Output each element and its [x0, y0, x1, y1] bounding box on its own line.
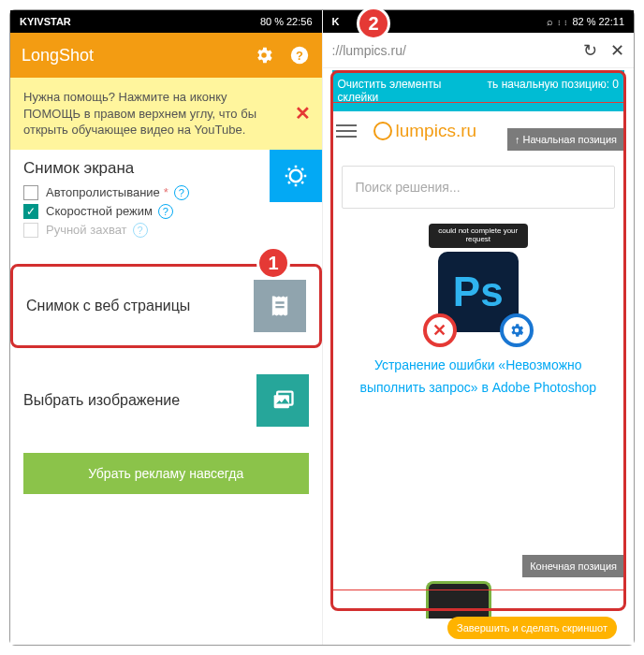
- finish-screenshot-button[interactable]: Завершить и сделать скриншот: [447, 617, 617, 639]
- banner-text: Нужна помощь? Нажмите на иконку ПОМОЩЬ в…: [23, 90, 256, 137]
- svg-text:?: ?: [296, 49, 303, 63]
- manual-row[interactable]: Ручной захват ?: [23, 223, 309, 238]
- svg-point-2: [289, 169, 301, 182]
- help-icon[interactable]: ?: [174, 185, 189, 200]
- speed-row[interactable]: ✓ Скоростной режим ?: [23, 204, 309, 219]
- url-text: ://lumpics.ru/: [332, 43, 571, 58]
- item-label: Снимок с веб страницы: [26, 298, 254, 314]
- status-icons: 80 % 22:56: [260, 16, 313, 27]
- phone-left: KYIVSTAR 80 % 22:56 LongShot ? Нужна пом…: [10, 10, 323, 645]
- clear-stitch-button[interactable]: Очистить элементы склейки: [332, 70, 482, 111]
- article-title: Устранение ошибки «Невозможно выполнить …: [351, 355, 607, 400]
- stitch-toolbar: Очистить элементы склейки ть начальную п…: [332, 70, 625, 111]
- hamburger-icon[interactable]: [336, 124, 357, 138]
- help-icon[interactable]: ?: [133, 223, 148, 238]
- app-bar: LongShot ?: [10, 33, 322, 78]
- carrier-label: KYIVSTAR: [20, 16, 260, 27]
- callout-badge-2: 2: [357, 7, 390, 40]
- article-card[interactable]: could not complete your request Ps ✕ Уст…: [342, 224, 616, 400]
- pick-image-button[interactable]: Выбрать изображение: [10, 361, 322, 440]
- end-marker-line: [332, 590, 625, 590]
- checkbox-checked-icon[interactable]: ✓: [23, 204, 38, 219]
- close-icon[interactable]: ✕: [295, 101, 311, 126]
- status-icons: ⌕ ⋮⋮ 82 % 22:11: [547, 16, 624, 27]
- help-icon[interactable]: ?: [288, 44, 311, 66]
- search-input[interactable]: Поиск решения...: [342, 166, 616, 209]
- reload-icon[interactable]: ↻: [583, 40, 597, 61]
- error-text: could not complete your request: [429, 224, 528, 248]
- x-circle-icon: ✕: [423, 313, 457, 347]
- help-banner: Нужна помощь? Нажмите на иконку ПОМОЩЬ в…: [10, 78, 322, 150]
- gear-icon[interactable]: [253, 44, 275, 66]
- checkbox-icon[interactable]: [23, 223, 38, 238]
- screenshot-section: Снимок экрана Автопролистывание * ? ✓ Ск…: [10, 150, 322, 251]
- app-title: LongShot: [22, 46, 240, 66]
- logo-icon: [373, 122, 392, 140]
- start-position-label[interactable]: ↑ Начальная позиция: [507, 128, 624, 151]
- reset-start-button[interactable]: ть начальную позицию: 0: [482, 70, 624, 111]
- device-illustration: [426, 581, 491, 619]
- close-icon[interactable]: ✕: [610, 40, 624, 61]
- article-thumbnail: could not complete your request Ps ✕: [417, 224, 539, 345]
- start-marker-line: [332, 102, 625, 103]
- star-mark: *: [164, 185, 168, 199]
- remove-ads-button[interactable]: Убрать рекламу навсегда: [23, 453, 309, 494]
- section-title: Снимок экрана: [23, 159, 309, 178]
- help-icon[interactable]: ?: [158, 204, 173, 219]
- status-bar: KYIVSTAR 80 % 22:56: [10, 10, 322, 33]
- autoscroll-row[interactable]: Автопролистывание * ?: [23, 185, 309, 200]
- site-logo[interactable]: lumpics.ru: [373, 121, 477, 141]
- phone-right: K ⌕ ⋮⋮ 82 % 22:11 ://lumpics.ru/ ↻ ✕ Очи…: [323, 10, 635, 645]
- receipt-icon: [254, 280, 306, 332]
- images-icon: [256, 374, 309, 427]
- capture-button[interactable]: [270, 150, 322, 202]
- item-label: Выбрать изображение: [23, 392, 256, 409]
- gear-circle-icon: [500, 313, 534, 347]
- callout-badge-1: 1: [256, 246, 290, 280]
- checkbox-icon[interactable]: [23, 185, 38, 200]
- end-position-label[interactable]: Конечная позиция: [522, 555, 624, 577]
